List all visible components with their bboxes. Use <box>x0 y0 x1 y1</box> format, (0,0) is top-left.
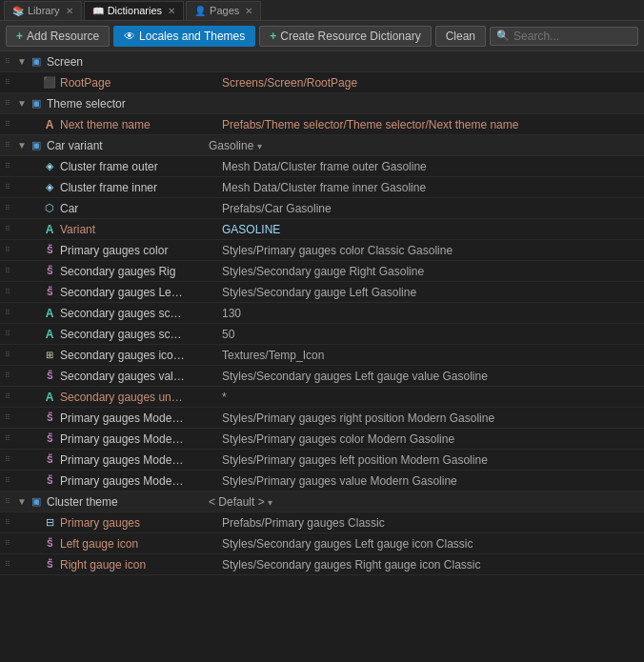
screen-icon: ▣ <box>31 139 41 151</box>
row-icon: ▣ <box>29 139 44 151</box>
tab-dictionaries-label: Dictionaries <box>108 5 162 16</box>
row-icon: S̈ <box>42 412 57 423</box>
item-value: Styles/Secondary gauges Left gauge icon … <box>222 537 644 551</box>
item-row[interactable]: ⠿ ▼ A Next theme name Prefabs/Theme sele… <box>0 114 644 135</box>
group-row[interactable]: ⠿ ▼ ▣ Cluster theme < Default > ▾ <box>0 491 644 512</box>
item-value: Styles/Primary gauges right position Mod… <box>222 411 644 425</box>
tab-pages[interactable]: 👤 Pages ✕ <box>186 1 261 20</box>
clean-button[interactable]: Clean <box>435 26 486 47</box>
expand-arrow[interactable]: ▼ <box>15 98 29 109</box>
item-row[interactable]: ⠿ ▼ S̈ Left gauge icon Styles/Secondary … <box>0 533 644 554</box>
item-row[interactable]: ⠿ ▼ ⬡ Car Prefabs/Car Gasoline <box>0 198 644 219</box>
item-row[interactable]: ⠿ ▼ ⊟ Primary gauges Prefabs/Primary gau… <box>0 512 644 533</box>
dictionaries-icon: 📖 <box>92 6 104 16</box>
style-icon: S̈ <box>47 454 52 465</box>
tab-dictionaries-close[interactable]: ✕ <box>168 6 175 16</box>
item-name: Secondary gauges un… <box>60 391 222 404</box>
tab-library-close[interactable]: ✕ <box>66 6 73 16</box>
tab-pages-close[interactable]: ✕ <box>245 6 252 16</box>
item-row[interactable]: ⠿ ▼ A Variant GASOLINE <box>0 219 644 240</box>
item-row[interactable]: ⠿ ▼ S̈ Primary gauges Mode… Styles/Prima… <box>0 408 644 429</box>
expand-arrow[interactable]: ▼ <box>15 56 29 67</box>
drag-handle: ⠿ <box>0 267 15 275</box>
item-name: Primary gauges <box>60 516 222 530</box>
item-row[interactable]: ⠿ ▼ S̈ Primary gauges Mode… Styles/Prima… <box>0 450 644 471</box>
item-row[interactable]: ⠿ ▼ S̈ Primary gauges Mode… Styles/Prima… <box>0 471 644 491</box>
style-icon: S̈ <box>47 266 52 276</box>
rootpage-icon: ⬛ <box>43 76 56 89</box>
row-icon: A <box>42 223 57 236</box>
item-row[interactable]: ⠿ ▼ A Secondary gauges sc… 130 <box>0 303 644 324</box>
search-box[interactable]: 🔍 <box>490 27 638 46</box>
group-row[interactable]: ⠿ ▼ ▣ Car variant Gasoline ▾ <box>0 135 644 156</box>
group-value: < Default > ▾ <box>209 495 644 509</box>
item-row[interactable]: ⠿ ▼ S̈ Secondary gauges Rig Styles/Secon… <box>0 261 644 282</box>
item-row[interactable]: ⠿ ▼ S̈ Primary gauges color Styles/Prima… <box>0 240 644 261</box>
create-dict-button[interactable]: + Create Resource Dictionary <box>259 26 431 47</box>
row-icon: ◈ <box>42 181 57 193</box>
drag-handle: ⠿ <box>0 497 15 506</box>
locales-themes-button[interactable]: 👁 Locales and Themes <box>113 26 255 47</box>
expand-arrow[interactable]: ▼ <box>15 140 29 150</box>
item-name: Variant <box>60 223 222 236</box>
item-row[interactable]: ⠿ ▼ ◈ Cluster frame outer Mesh Data/Clus… <box>0 156 644 177</box>
group-row[interactable]: ⠿ ▼ ▣ Screen <box>0 51 644 72</box>
group-name: Screen <box>47 55 209 69</box>
drag-handle: ⠿ <box>0 288 15 296</box>
row-icon: S̈ <box>42 559 57 570</box>
drag-handle: ⠿ <box>0 518 15 527</box>
row-icon: ▣ <box>29 97 44 110</box>
item-name: Primary gauges Mode… <box>60 432 222 446</box>
drag-handle: ⠿ <box>0 162 15 171</box>
item-row[interactable]: ⠿ ▼ S̈ Primary gauges Mode… Styles/Prima… <box>0 429 644 450</box>
row-icon: ▣ <box>29 495 44 508</box>
item-value: Styles/Secondary gauges Left gauge value… <box>222 370 644 383</box>
row-icon: S̈ <box>42 371 57 381</box>
expand-arrow[interactable]: ▼ <box>15 496 29 507</box>
group-row[interactable]: ⠿ ▼ ▣ Theme selector <box>0 93 644 114</box>
row-icon: S̈ <box>42 245 57 255</box>
create-plus-icon: + <box>270 30 276 43</box>
item-row[interactable]: ⠿ ▼ ◈ Cluster frame inner Mesh Data/Clus… <box>0 177 644 198</box>
item-row[interactable]: ⠿ ▼ ⊞ Secondary gauges ico… Textures/Tem… <box>0 345 644 366</box>
drag-handle: ⠿ <box>0 204 15 212</box>
item-name: Primary gauges Mode… <box>60 411 222 425</box>
drag-handle: ⠿ <box>0 413 15 422</box>
item-value: GASOLINE <box>222 223 644 236</box>
add-resource-label: Add Resource <box>27 30 99 43</box>
drag-handle: ⠿ <box>0 330 15 338</box>
row-icon: ⊞ <box>42 350 57 360</box>
tab-dictionaries[interactable]: 📖 Dictionaries ✕ <box>84 1 184 20</box>
text-a-orange-icon: A <box>46 118 54 131</box>
drag-handle: ⠿ <box>0 392 15 401</box>
item-row[interactable]: ⠿ ▼ S̈ Right gauge icon Styles/Secondary… <box>0 554 644 575</box>
item-row[interactable]: ⠿ ▼ S̈ Secondary gauges val… Styles/Seco… <box>0 366 644 387</box>
item-value: Styles/Secondary gauges Right gauge icon… <box>222 558 644 572</box>
item-value: Styles/Secondary gauge Left Gasoline <box>222 286 644 299</box>
item-row[interactable]: ⠿ ▼ A Secondary gauges sc… 50 <box>0 324 644 345</box>
item-name: Car <box>60 202 222 215</box>
drag-handle: ⠿ <box>0 57 15 66</box>
drag-handle: ⠿ <box>0 539 15 548</box>
item-row[interactable]: ⠿ ▼ ⬛ RootPage Screens/Screen/RootPage <box>0 72 644 93</box>
drag-handle: ⠿ <box>0 183 15 191</box>
pages-icon: 👤 <box>194 6 206 16</box>
search-input[interactable] <box>513 30 632 43</box>
drag-handle: ⠿ <box>0 78 15 87</box>
screen-icon: ▣ <box>31 55 41 68</box>
style-icon: S̈ <box>47 559 52 570</box>
item-value: Prefabs/Car Gasoline <box>222 202 644 215</box>
item-row[interactable]: ⠿ ▼ A Secondary gauges un… * <box>0 387 644 408</box>
text-a-icon: A <box>46 328 54 341</box>
group-value: Gasoline ▾ <box>209 139 644 152</box>
item-name: Secondary gauges sc… <box>60 328 222 341</box>
tab-library[interactable]: 📚 Library ✕ <box>4 1 82 20</box>
tree-table: ⠿ ▼ ▣ Screen ⠿ ▼ ⬛ RootPage Screens/Scre… <box>0 51 644 662</box>
dropdown-arrow[interactable]: ▾ <box>268 497 272 508</box>
item-row[interactable]: ⠿ ▼ S̈ Secondary gauges Le… Styles/Secon… <box>0 282 644 303</box>
row-icon: S̈ <box>42 433 57 444</box>
item-value: Prefabs/Theme selector/Theme selector/Ne… <box>222 118 644 131</box>
dropdown-arrow[interactable]: ▾ <box>257 141 262 151</box>
add-resource-button[interactable]: + Add Resource <box>6 26 110 47</box>
drag-handle: ⠿ <box>0 120 15 129</box>
